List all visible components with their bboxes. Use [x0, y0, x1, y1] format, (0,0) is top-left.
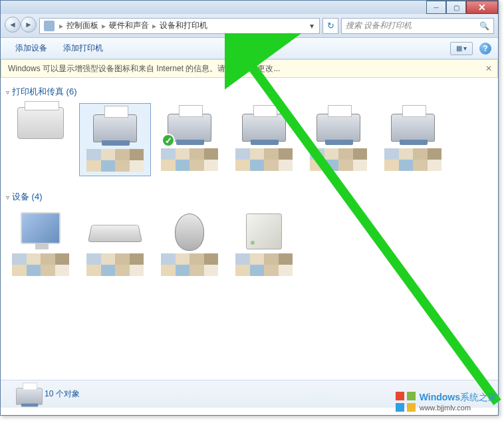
device-monitor[interactable] — [5, 208, 76, 280]
address-bar[interactable]: ▸ 控制面板 ▸ 硬件和声音 ▸ 设备和打印机 ▾ — [39, 18, 320, 34]
add-device-button[interactable]: 添加设备 — [7, 43, 55, 54]
printer-icon — [391, 114, 435, 142]
info-bar-close-icon[interactable]: ✕ — [485, 64, 492, 73]
fax-icon — [17, 107, 64, 139]
breadcrumb-sep: ▸ — [150, 21, 158, 31]
device-keyboard[interactable] — [79, 208, 151, 280]
windows-logo-icon — [396, 392, 416, 412]
watermark-brand: Windows — [420, 392, 460, 402]
redacted-label — [12, 253, 69, 276]
redacted-label — [384, 148, 441, 171]
nav-buttons: ◄ ► — [5, 17, 37, 35]
printer-icon — [93, 114, 137, 142]
redacted-label — [310, 148, 367, 171]
nav-bar: ◄ ► ▸ 控制面板 ▸ 硬件和声音 ▸ 设备和打印机 ▾ ↻ 搜索 设备和打印… — [1, 14, 498, 38]
crumb-devices-printers[interactable]: 设备和打印机 — [158, 20, 209, 31]
info-bar[interactable]: Windows 可以显示增强型设备图标和来自 Internet 的信息。请单击进… — [1, 59, 498, 78]
device-printer[interactable] — [79, 103, 151, 176]
close-button[interactable]: ✕ — [466, 1, 498, 14]
address-dropdown-icon[interactable]: ▾ — [306, 21, 318, 31]
redacted-label — [235, 148, 293, 171]
device-printer[interactable] — [303, 103, 374, 176]
default-check-icon: ✓ — [162, 134, 175, 147]
title-bar[interactable]: ─ ▢ ✕ — [1, 1, 498, 14]
group-header-devices[interactable]: ▿ 设备 (4) — [5, 188, 494, 206]
drive-icon — [246, 213, 282, 249]
crumb-control-panel[interactable]: 控制面板 — [65, 20, 100, 31]
redacted-label — [86, 149, 144, 172]
watermark-url: www.bjjmlv.com — [420, 404, 497, 412]
group-title: 打印机和传真 (6) — [12, 86, 77, 98]
search-icon: 🔍 — [479, 21, 489, 31]
keyboard-icon — [88, 225, 142, 242]
location-icon — [44, 21, 55, 31]
redacted-label — [161, 148, 218, 171]
device-printer[interactable] — [228, 103, 300, 176]
add-printer-button[interactable]: 添加打印机 — [55, 43, 111, 54]
watermark-suffix: 系统之家 — [460, 392, 497, 402]
search-input[interactable]: 搜索 设备和打印机 🔍 — [341, 18, 494, 34]
explorer-window: ─ ▢ ✕ ◄ ► ▸ 控制面板 ▸ 硬件和声音 ▸ 设备和打印机 ▾ ↻ 搜索… — [0, 0, 499, 416]
device-printer-default[interactable]: ✓ — [154, 103, 225, 176]
group-header-printers[interactable]: ▿ 打印机和传真 (6) — [5, 83, 494, 100]
back-button[interactable]: ◄ — [5, 17, 21, 33]
mouse-icon — [175, 213, 204, 251]
device-drive[interactable] — [228, 208, 300, 280]
minimize-button[interactable]: ─ — [426, 1, 446, 14]
group-title: 设备 (4) — [12, 191, 43, 203]
forward-button[interactable]: ► — [21, 17, 37, 33]
view-options-button[interactable]: ▦ ▾ — [450, 42, 473, 55]
maximize-button[interactable]: ▢ — [446, 1, 466, 14]
content-area[interactable]: ▿ 打印机和传真 (6) ✓ — [1, 78, 498, 380]
device-printer[interactable] — [377, 103, 449, 176]
breadcrumb-sep: ▸ — [100, 21, 108, 31]
monitor-icon — [21, 212, 61, 244]
printer-icon — [316, 114, 360, 142]
watermark: Windows系统之家 www.bjjmlv.com — [396, 392, 497, 412]
device-mouse[interactable] — [154, 208, 225, 280]
redacted-label — [161, 253, 218, 276]
breadcrumb-sep: ▸ — [57, 21, 65, 31]
device-fax[interactable] — [5, 103, 76, 176]
help-button[interactable]: ? — [479, 43, 491, 55]
group-devices: ▿ 设备 (4) — [5, 188, 494, 283]
command-bar: 添加设备 添加打印机 ▦ ▾ ? — [1, 38, 498, 59]
group-printers: ▿ 打印机和传真 (6) ✓ — [5, 83, 494, 179]
status-count: 10 个对象 — [45, 388, 80, 400]
refresh-button[interactable]: ↻ — [322, 18, 338, 34]
redacted-label — [235, 253, 293, 276]
search-placeholder: 搜索 设备和打印机 — [346, 20, 412, 31]
redacted-label — [86, 253, 144, 276]
status-icon — [7, 382, 38, 406]
collapse-icon: ▿ — [6, 88, 9, 96]
crumb-hardware-sound[interactable]: 硬件和声音 — [108, 20, 150, 31]
printer-icon — [242, 114, 286, 142]
info-bar-text: Windows 可以显示增强型设备图标和来自 Internet 的信息。请单击进… — [8, 63, 280, 74]
collapse-icon: ▿ — [6, 194, 9, 201]
